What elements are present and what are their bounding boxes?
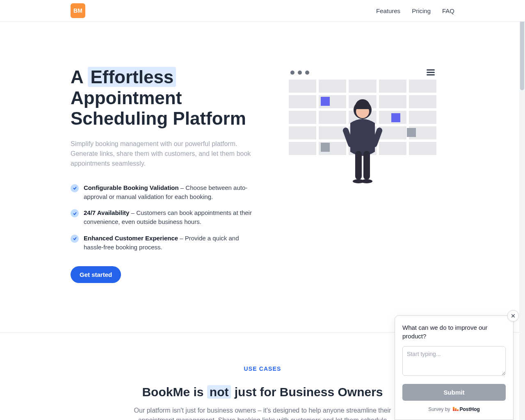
feature-list: Configurable Booking Validation – Choose…	[71, 183, 254, 252]
use-cases-heading-prefix: BookMe is	[142, 385, 207, 399]
close-icon	[511, 313, 516, 318]
calendar-grid-illustration	[289, 80, 436, 155]
top-nav: BM Features Pricing FAQ	[0, 0, 525, 22]
close-survey-button[interactable]	[507, 310, 519, 322]
hero-heading-highlight: Effortless	[88, 67, 176, 87]
survey-byline-prefix: Survey by	[428, 406, 450, 412]
posthog-logo-text: PostHog	[460, 406, 480, 412]
survey-question: What can we do to improve our product?	[402, 323, 506, 340]
svg-rect-4	[355, 151, 362, 180]
person-illustration-icon	[338, 98, 387, 189]
posthog-logo-icon: PostHog	[453, 406, 480, 412]
nav-link-faq[interactable]: FAQ	[442, 7, 454, 14]
hamburger-icon	[427, 69, 435, 75]
page-scrollbar[interactable]	[519, 0, 525, 420]
use-cases-body: Our platform isn't just for business own…	[123, 406, 402, 420]
svg-point-7	[361, 179, 372, 183]
feedback-survey-widget: What can we do to improve our product? S…	[395, 315, 514, 420]
feature-item: 24/7 Availability – Customers can book a…	[71, 208, 254, 226]
use-cases-heading-rest: just for Business Owners	[231, 385, 383, 399]
logo[interactable]: BM	[71, 3, 85, 18]
feature-title: 24/7 Availability	[84, 209, 129, 216]
hero-heading-prefix: A	[71, 67, 88, 87]
nav-link-features[interactable]: Features	[376, 7, 400, 14]
feature-title: Enhanced Customer Experience	[84, 235, 178, 242]
check-icon	[71, 184, 79, 192]
check-icon	[71, 209, 79, 217]
get-started-button[interactable]: Get started	[71, 266, 121, 283]
svg-rect-5	[363, 151, 370, 180]
hero-heading: A Effortless Appointment Scheduling Plat…	[71, 67, 254, 129]
hero-subtitle: Simplify booking management with our pow…	[71, 139, 251, 169]
hero-heading-rest: Appointment Scheduling Platform	[71, 88, 246, 129]
check-icon	[71, 235, 79, 243]
feature-title: Configurable Booking Validation	[84, 184, 179, 191]
hero-section: A Effortless Appointment Scheduling Plat…	[66, 22, 459, 332]
nav-link-pricing[interactable]: Pricing	[412, 7, 431, 14]
feature-item: Configurable Booking Validation – Choose…	[71, 183, 254, 201]
nav-links: Features Pricing FAQ	[376, 7, 454, 14]
use-cases-heading-highlight: not	[207, 385, 231, 399]
survey-submit-button[interactable]: Submit	[402, 384, 506, 401]
survey-byline: Survey by PostHog	[402, 406, 506, 412]
survey-response-input[interactable]	[402, 346, 506, 376]
window-dots-icon	[290, 71, 309, 75]
feature-item: Enhanced Customer Experience – Provide a…	[71, 234, 254, 252]
hero-illustration	[271, 67, 454, 155]
